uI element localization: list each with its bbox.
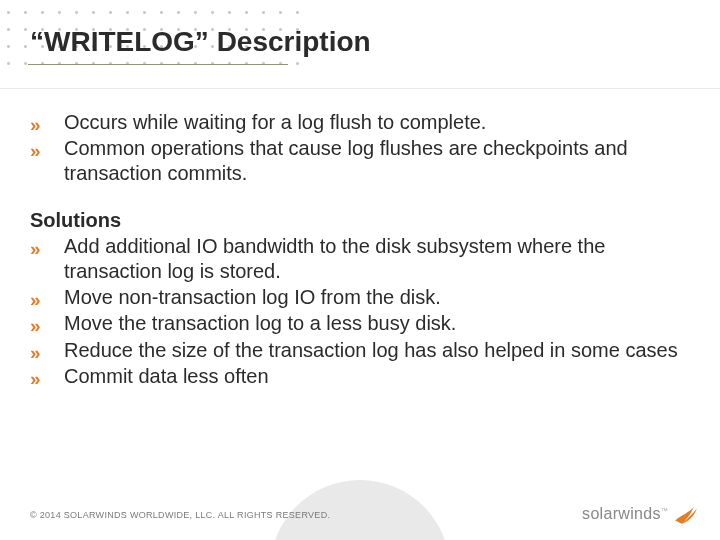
list-item-text: Add additional IO bandwidth to the disk … [64,235,605,281]
list-item-text: Common operations that cause log flushes… [64,137,628,183]
chevron-icon: » [30,237,50,257]
slide: “WRITELOG” Description » Occurs while wa… [0,0,720,540]
title-underline [28,64,288,65]
chevron-icon: » [30,139,50,159]
brand-text: solarwinds [582,505,661,522]
list-item-text: Reduce the size of the transaction log h… [64,339,678,361]
description-list: » Occurs while waiting for a log flush t… [30,110,690,185]
chevron-icon: » [30,341,50,361]
list-item: » Move the transaction log to a less bus… [30,311,690,335]
list-item-text: Move non-transaction log IO from the dis… [64,286,441,308]
content: » Occurs while waiting for a log flush t… [30,110,690,391]
divider [0,88,720,89]
copyright: © 2014 SOLARWINDS WORLDWIDE, LLC. ALL RI… [30,510,330,520]
chevron-icon: » [30,288,50,308]
list-item: » Occurs while waiting for a log flush t… [30,110,690,134]
solutions-list: » Add additional IO bandwidth to the dis… [30,234,690,388]
list-item: » Move non-transaction log IO from the d… [30,285,690,309]
list-item-text: Move the transaction log to a less busy … [64,312,456,334]
solutions-section: Solutions » Add additional IO bandwidth … [30,209,690,388]
chevron-icon: » [30,367,50,387]
list-item-text: Occurs while waiting for a log flush to … [64,111,486,133]
list-item: » Commit data less often [30,364,690,388]
brand-logo: solarwinds™ [582,502,698,526]
flame-icon [672,502,698,526]
page-title: “WRITELOG” Description [30,26,690,58]
brand-wordmark: solarwinds™ [582,505,668,523]
list-item: » Add additional IO bandwidth to the dis… [30,234,690,283]
section-heading: Solutions [30,209,690,232]
list-item-text: Commit data less often [64,365,269,387]
trademark-symbol: ™ [661,507,668,514]
list-item: » Reduce the size of the transaction log… [30,338,690,362]
chevron-icon: » [30,314,50,334]
chevron-icon: » [30,113,50,133]
list-item: » Common operations that cause log flush… [30,136,690,185]
